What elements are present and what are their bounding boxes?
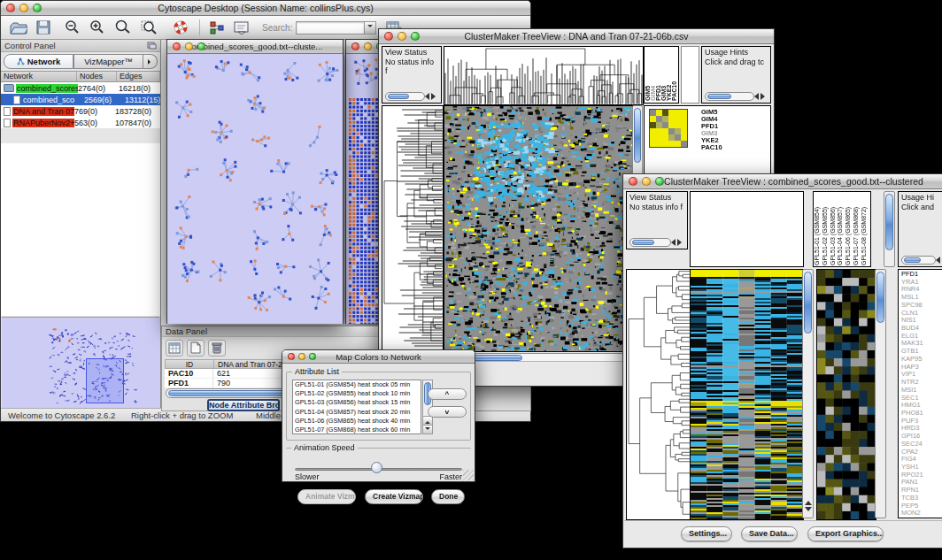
- gene-label: MON2: [901, 510, 942, 518]
- network-nodes-icon[interactable]: [209, 20, 225, 35]
- create-vizmap-button[interactable]: Create Vizmap: [365, 489, 423, 504]
- scroll-left-arrow[interactable]: [932, 257, 940, 264]
- animate-vizmap-button[interactable]: Animate Vizmap: [297, 489, 356, 504]
- delete-attribute-icon[interactable]: [208, 340, 226, 357]
- tv2-action-button[interactable]: Settings...: [681, 526, 732, 541]
- attribute-list-item[interactable]: GPL51-02 (GSM855) heat shock 10 min: [293, 389, 421, 398]
- scroll-right-arrow[interactable]: [761, 93, 768, 100]
- zoom-selected-icon[interactable]: [141, 19, 158, 35]
- move-down-button[interactable]: v: [428, 406, 467, 418]
- minimize-button[interactable]: [185, 42, 193, 50]
- tv2-status-scrollbar[interactable]: [629, 238, 671, 247]
- network-row-icon: [4, 84, 14, 92]
- resize-grip[interactable]: [463, 470, 474, 480]
- attribute-table-icon[interactable]: [166, 340, 183, 357]
- save-icon[interactable]: [36, 20, 50, 35]
- scroll-down-button[interactable]: [423, 425, 432, 433]
- new-attribute-icon[interactable]: [187, 340, 205, 357]
- tv2-usage-hints: Usage HiClick and: [898, 191, 942, 267]
- id-column-header: ID: [166, 360, 214, 368]
- tv1-global-heatmap[interactable]: [444, 105, 633, 352]
- tab-network[interactable]: Network: [4, 54, 73, 69]
- scroll-right-arrow[interactable]: [677, 239, 685, 246]
- tab-overflow-arrow[interactable]: [143, 54, 158, 69]
- minimize-button[interactable]: [364, 42, 372, 50]
- control-panel-header: Control Panel: [1, 40, 160, 52]
- close-button[interactable]: [288, 353, 295, 360]
- attribute-list-item[interactable]: GPL51-04 (GSM857) heat shock 20 min: [293, 408, 421, 417]
- network-row-name: combined_scores: [16, 84, 78, 93]
- zoom-out-icon[interactable]: [65, 19, 81, 35]
- done-button[interactable]: Done: [431, 489, 465, 504]
- tv2-row-dendrogram[interactable]: [626, 269, 691, 520]
- network1-canvas[interactable]: [167, 54, 343, 324]
- attribute-list-item[interactable]: GPL51-01 (GSM854) heat shock 05 min: [293, 380, 421, 389]
- close-button[interactable]: [351, 42, 359, 50]
- minimize-button[interactable]: [642, 177, 651, 186]
- network-row-nodes: 2569(6): [84, 96, 125, 104]
- move-up-button[interactable]: ^: [428, 388, 467, 400]
- search-dropdown-arrow[interactable]: [364, 21, 376, 35]
- annotation-icon[interactable]: [234, 20, 250, 35]
- search-label: Search:: [262, 23, 292, 33]
- network-overview-canvas[interactable]: [2, 318, 160, 408]
- float-panel-icon[interactable]: [147, 42, 157, 50]
- tv2-global-heatmap[interactable]: [690, 269, 804, 520]
- zoom-in-icon[interactable]: [89, 19, 105, 35]
- tv2-action-button[interactable]: Save Data...: [741, 526, 798, 541]
- help-lifesaver-icon[interactable]: [173, 19, 189, 35]
- minimize-button[interactable]: [298, 353, 305, 360]
- dialog-titlebar[interactable]: Map Colors to Network: [282, 350, 475, 364]
- slider-thumb[interactable]: [371, 462, 382, 473]
- attribute-list: GPL51-01 (GSM854) heat shock 05 minGPL51…: [292, 380, 421, 434]
- network-overview-panel[interactable]: [2, 317, 159, 408]
- treeview2-titlebar[interactable]: ClusterMaker TreeView : combined_scores_…: [623, 174, 942, 189]
- scroll-left-arrow[interactable]: [668, 239, 676, 246]
- status-welcome: Welcome to Cytoscape 2.6.2: [8, 410, 115, 420]
- tv1-status-scrollbar[interactable]: [385, 92, 425, 101]
- tab-vizmapper[interactable]: VizMapper™: [73, 54, 143, 69]
- close-button[interactable]: [173, 42, 181, 50]
- zoom-button[interactable]: [309, 353, 316, 360]
- scroll-right-arrow[interactable]: [431, 93, 439, 100]
- attribute-list-item[interactable]: GPL51-06 (GSM865) heat shock 40 min: [293, 417, 421, 426]
- close-button[interactable]: [6, 4, 15, 12]
- network-table-header: Network Nodes Edges: [1, 71, 160, 82]
- node-attribute-browser-tab[interactable]: Node Attribute Brows: [207, 399, 280, 411]
- tv2-heatmap-vscrollbar[interactable]: [802, 269, 814, 518]
- tv2-zoom-vscrollbar[interactable]: [875, 269, 886, 518]
- network-row[interactable]: DNA and Tran 07 769(0) 183728(0): [1, 105, 160, 117]
- network1-titlebar[interactable]: combined_scores_good.txt--cluste...: [167, 40, 343, 54]
- zoom-button[interactable]: [655, 177, 664, 186]
- tv2-labels-vscrollbar[interactable]: [884, 191, 895, 267]
- tv1-zoom-matrix[interactable]: [649, 109, 688, 148]
- scroll-left-arrow[interactable]: [421, 93, 429, 100]
- treeview1-titlebar[interactable]: ClusterMaker TreeView : DNA and Tran 07-…: [379, 29, 774, 44]
- network-row[interactable]: RNAPuberNov2+| 563(0) 107847(0): [1, 117, 160, 128]
- zoom-button[interactable]: [197, 42, 205, 50]
- tv2-zoom-heatmap[interactable]: [816, 269, 876, 520]
- network-row-icon: [4, 119, 11, 127]
- close-button[interactable]: [384, 32, 393, 41]
- attribute-list-item[interactable]: GPL51-03 (GSM856) heat shock 15 min: [293, 398, 421, 407]
- tv1-hints-scrollbar[interactable]: [705, 92, 754, 101]
- network-row[interactable]: combined_sco 2569(6) 13112(15): [1, 94, 160, 105]
- minimize-button[interactable]: [398, 32, 406, 41]
- zoom-fit-icon[interactable]: [114, 19, 132, 35]
- tv1-column-dendrogram[interactable]: [444, 46, 644, 105]
- network-view-window: combined_scores_good.txt--cluste...: [166, 39, 344, 324]
- tv1-row-dendrogram[interactable]: [382, 105, 444, 352]
- main-titlebar[interactable]: Cytoscape Desktop (Session Name: collins…: [1, 1, 530, 16]
- close-button[interactable]: [629, 177, 637, 186]
- tv2-action-button[interactable]: Export Graphics...: [807, 526, 884, 541]
- attribute-list-item[interactable]: GPL51-07 (GSM868) heat shock 60 min: [293, 426, 421, 434]
- zoom-button[interactable]: [33, 4, 42, 12]
- open-file-icon[interactable]: [10, 20, 27, 35]
- search-input[interactable]: [296, 21, 365, 35]
- faster-label: Faster: [439, 472, 462, 481]
- scroll-left-arrow[interactable]: [751, 93, 759, 100]
- minimize-button[interactable]: [19, 4, 28, 12]
- network-row[interactable]: combined_scores 2764(0) 16218(0): [1, 82, 160, 94]
- tv2-hints-scrollbar[interactable]: [901, 256, 936, 265]
- zoom-button[interactable]: [411, 32, 420, 41]
